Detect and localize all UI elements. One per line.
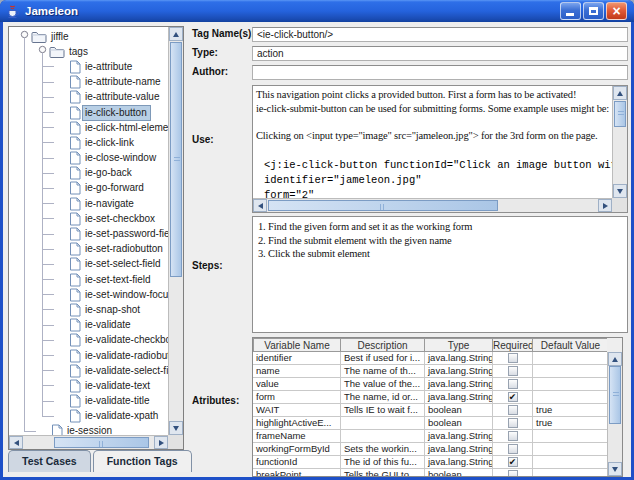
tree-item-ie-set-window-focus[interactable]: ie-set-window-focus — [9, 287, 168, 302]
scrollbar-thumb[interactable] — [54, 437, 149, 448]
attribute-row-name[interactable]: nameThe name of th...java.lang.String — [253, 365, 609, 378]
minimize-button[interactable] — [560, 2, 581, 20]
scroll-down-button[interactable] — [608, 462, 622, 476]
column-header-description[interactable]: Description — [341, 338, 425, 352]
tree-item-ie-set-text-field[interactable]: ie-set-text-field — [9, 272, 168, 287]
tree-item-jiffle[interactable]: jiffle — [9, 29, 168, 44]
tree-item-ie-attribute[interactable]: ie-attribute — [9, 59, 168, 74]
author-field[interactable] — [252, 65, 628, 80]
tree-item-ie-set-select-field[interactable]: ie-set-select-field — [9, 257, 168, 272]
tree-item-label[interactable]: ie-click-link — [83, 136, 137, 150]
attribute-row-WAIT[interactable]: WAITTells IE to wait f...booleantrue — [253, 404, 609, 417]
attribute-row-breakPoint[interactable]: breakPointTells the GUI to...boolean — [253, 469, 609, 476]
tree-item-label[interactable]: ie-validate-select-field — [83, 364, 168, 378]
scroll-up-button[interactable] — [608, 352, 622, 366]
tree-item-ie-validate-radiobutton[interactable]: ie-validate-radiobutton — [9, 348, 168, 363]
tree-item-label[interactable]: ie-validate-checkbox — [83, 333, 168, 347]
tree-item-ie-click-html-element[interactable]: ie-click-html-element — [9, 120, 168, 135]
required-checkbox[interactable] — [508, 366, 518, 376]
scroll-down-button[interactable] — [613, 184, 627, 198]
steps-box[interactable]: 1. Find the given form and set it as the… — [252, 216, 628, 333]
tree-item-label[interactable]: ie-navigate — [83, 197, 137, 211]
tree-item-ie-go-back[interactable]: ie-go-back — [9, 166, 168, 181]
tree-item-label[interactable]: ie-snap-shot — [83, 303, 143, 317]
required-checkbox[interactable] — [508, 405, 518, 415]
required-checkbox[interactable] — [508, 444, 518, 454]
attribute-row-identifier[interactable]: identifierBest if used for i...java.lang… — [253, 352, 609, 365]
attribute-row-frameName[interactable]: frameNamejava.lang.String — [253, 430, 609, 443]
tree-item-label[interactable]: ie-set-text-field — [83, 273, 154, 287]
tree-item-label[interactable]: ie-validate — [83, 318, 134, 332]
tree-item-label[interactable]: tags — [67, 45, 91, 59]
scroll-right-button[interactable] — [154, 436, 168, 449]
maximize-button[interactable] — [583, 2, 604, 20]
tree-item-ie-set-radiobutton[interactable]: ie-set-radiobutton — [9, 242, 168, 257]
required-checkbox[interactable]: ✔ — [508, 392, 518, 402]
column-header-default-value[interactable]: Default Value — [533, 338, 609, 352]
scroll-up-button[interactable] — [613, 86, 627, 100]
tree-item-ie-validate-checkbox[interactable]: ie-validate-checkbox — [9, 333, 168, 348]
tree-item-ie-attribute-name[interactable]: ie-attribute-name — [9, 75, 168, 90]
scrollbar-thumb[interactable] — [614, 101, 626, 127]
use-horizontal-scrollbar[interactable] — [253, 198, 612, 212]
tree-item-label[interactable]: ie-click-button — [83, 106, 150, 120]
tree-item-ie-validate-xpath[interactable]: ie-validate-xpath — [9, 409, 168, 424]
attribute-row-highlightActiveE[interactable]: highlightActiveE...booleantrue — [253, 417, 609, 430]
type-field[interactable]: action — [252, 46, 628, 61]
tree-item-tags[interactable]: tags — [9, 44, 168, 59]
tree-item-label[interactable]: ie-set-checkbox — [83, 212, 158, 226]
column-header-variable-name[interactable]: Variable Name — [253, 338, 341, 352]
attribute-row-workingFormById[interactable]: workingFormByIdSets the workin...java.la… — [253, 443, 609, 456]
required-checkbox[interactable]: ✔ — [508, 457, 518, 467]
tree-item-label[interactable]: ie-attribute — [83, 60, 135, 74]
attribute-row-functionId[interactable]: functionIdThe id of this fu...java.lang.… — [253, 456, 609, 469]
tree-item-ie-set-password-field[interactable]: ie-set-password-field — [9, 226, 168, 241]
tree-item-ie-validate-title[interactable]: ie-validate-title — [9, 394, 168, 409]
tree-item-label[interactable]: ie-validate-radiobutton — [83, 349, 168, 363]
tree-item-ie-click-link[interactable]: ie-click-link — [9, 135, 168, 150]
required-checkbox[interactable] — [508, 353, 518, 363]
tag-name-field[interactable]: <ie-click-button/> — [252, 27, 628, 42]
table-vertical-scrollbar[interactable] — [607, 352, 622, 476]
tab-test-cases[interactable]: Test Cases — [8, 450, 91, 472]
tree-horizontal-scrollbar[interactable] — [9, 435, 168, 449]
tree-item-ie-navigate[interactable]: ie-navigate — [9, 196, 168, 211]
tree-item-label[interactable]: ie-click-html-element — [83, 121, 168, 135]
tree-item-label[interactable]: ie-set-password-field — [83, 227, 168, 241]
scroll-down-button[interactable] — [169, 421, 183, 435]
use-box[interactable]: This navigation point clicks a provided … — [252, 85, 628, 213]
tree-vertical-scrollbar[interactable] — [168, 27, 183, 435]
tree-item-ie-go-forward[interactable]: ie-go-forward — [9, 181, 168, 196]
tree-item-label[interactable]: ie-set-radiobutton — [83, 242, 166, 256]
tree-item-ie-set-checkbox[interactable]: ie-set-checkbox — [9, 211, 168, 226]
attribute-row-form[interactable]: formThe name, id or...java.lang.String✔ — [253, 391, 609, 404]
required-checkbox[interactable] — [508, 379, 518, 389]
scrollbar-thumb[interactable] — [609, 366, 621, 424]
tree-item-label[interactable]: ie-session — [65, 424, 115, 435]
attribute-row-value[interactable]: valueThe value of the...java.lang.String — [253, 378, 609, 391]
tree-item-ie-attribute-value[interactable]: ie-attribute-value — [9, 90, 168, 105]
tree-item-label[interactable]: ie-close-window — [83, 151, 159, 165]
tree-item-label[interactable]: ie-go-back — [83, 166, 135, 180]
scrollbar-thumb[interactable] — [170, 42, 182, 277]
scroll-left-button[interactable] — [253, 199, 267, 212]
close-button[interactable]: × — [606, 2, 627, 20]
tree-item-label[interactable]: ie-validate-title — [83, 394, 152, 408]
tree-item-ie-click-button[interactable]: ie-click-button — [9, 105, 168, 120]
tree-item-label[interactable]: ie-attribute-name — [83, 75, 164, 89]
required-checkbox[interactable] — [508, 470, 518, 476]
tree-item-ie-close-window[interactable]: ie-close-window — [9, 151, 168, 166]
use-vertical-scrollbar[interactable] — [612, 86, 627, 198]
tree-item-ie-snap-shot[interactable]: ie-snap-shot — [9, 302, 168, 317]
tree-item-ie-session[interactable]: ie-session — [9, 424, 168, 435]
tree-item-ie-validate[interactable]: ie-validate — [9, 318, 168, 333]
function-tags-tree[interactable]: jiffletagsie-attributeie-attribute-namei… — [9, 27, 168, 435]
tree-item-ie-validate-text[interactable]: ie-validate-text — [9, 378, 168, 393]
tree-item-ie-validate-select-field[interactable]: ie-validate-select-field — [9, 363, 168, 378]
tab-function-tags[interactable]: Function Tags — [93, 450, 192, 472]
tree-item-label[interactable]: ie-attribute-value — [83, 90, 162, 104]
scroll-right-button[interactable] — [598, 199, 612, 212]
tree-item-label[interactable]: ie-set-window-focus — [83, 288, 168, 302]
tree-item-label[interactable]: ie-go-forward — [83, 181, 147, 195]
column-header-required[interactable]: Required — [493, 338, 533, 352]
